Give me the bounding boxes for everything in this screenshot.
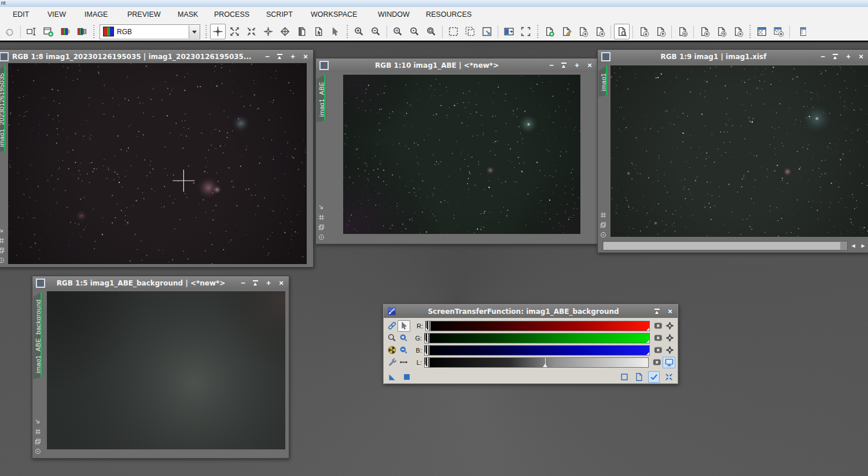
menu-process[interactable]: PROCESS	[214, 7, 249, 23]
window-titlebar[interactable]: RGB 1:9 imag1 | imag1.xisf − + ×	[598, 50, 868, 63]
toolbar-drag-handle[interactable]	[205, 25, 207, 39]
toolbar-drag-handle[interactable]	[536, 25, 539, 39]
crop-marks-icon[interactable]	[318, 214, 325, 221]
screen-display-button[interactable]	[663, 357, 675, 368]
shade-button[interactable]	[252, 279, 260, 287]
close-button[interactable]: ×	[857, 53, 865, 61]
close-panels-button[interactable]	[771, 24, 786, 39]
crop-marks-icon[interactable]	[599, 211, 607, 219]
stf-slider-g[interactable]	[424, 333, 650, 343]
shade-button[interactable]	[560, 61, 568, 69]
target-icon[interactable]	[599, 231, 607, 239]
split-channels-button[interactable]	[74, 24, 90, 39]
stf-dialog[interactable]: ScreenTransferFunction: imag1_ABE_backgr…	[383, 304, 678, 384]
window-titlebar[interactable]: RGB 1:5 imag1_ABE_background | <*new*> −…	[32, 276, 289, 290]
duplicate-view-icon[interactable]	[318, 224, 325, 231]
zoom-in-button[interactable]	[351, 24, 367, 39]
rename-view-button[interactable]	[24, 24, 39, 39]
scrollbar-thumb[interactable]	[604, 242, 840, 250]
stf-close-button[interactable]: ×	[666, 307, 674, 316]
image-window-imag1-abe[interactable]: RGB 1:10 imag1_ABE | <*new*> − + × imag1…	[315, 58, 598, 244]
view-tab[interactable]: imag1	[598, 65, 608, 97]
minimize-button[interactable]: −	[819, 53, 827, 61]
track-channel-b-button[interactable]	[664, 345, 675, 356]
menu-mask[interactable]: MASK	[178, 7, 198, 23]
clone-process-button[interactable]	[575, 24, 591, 39]
fit-views-button[interactable]	[260, 24, 276, 39]
close-button[interactable]: ×	[277, 279, 285, 287]
stf-shade-button[interactable]	[653, 307, 661, 316]
zoom-icon[interactable]	[386, 333, 398, 343]
browse-documentation-button[interactable]	[634, 372, 644, 382]
duplicate-view-icon[interactable]	[599, 221, 607, 229]
scroll-right-button[interactable]: ▶	[859, 241, 867, 250]
radiation-icon[interactable]	[386, 345, 398, 356]
duplicate-view-icon[interactable]	[34, 438, 42, 445]
new-preview-button[interactable]	[446, 24, 461, 39]
auto-stretch-button[interactable]	[387, 372, 398, 382]
shrink-views-button[interactable]	[244, 24, 259, 39]
browse-processes-button[interactable]	[614, 24, 630, 39]
scroll-left-button[interactable]: ◀	[849, 241, 858, 250]
wrench-icon[interactable]	[386, 357, 398, 368]
pan-mode-button[interactable]	[277, 24, 293, 39]
maximize-view-button[interactable]	[479, 24, 495, 39]
target-icon[interactable]	[34, 448, 42, 455]
image-canvas-imag1-abe[interactable]	[343, 75, 580, 234]
new-instance-button[interactable]	[619, 372, 630, 382]
midtone-handle[interactable]	[542, 358, 548, 367]
selection-arrow-icon[interactable]	[34, 418, 42, 426]
reset-channel-l-button[interactable]	[651, 357, 663, 368]
toolbar-drag-handle[interactable]	[93, 25, 95, 39]
reset-process-button[interactable]	[713, 24, 729, 39]
duplicate-view-icon[interactable]	[0, 247, 5, 254]
horizontal-arrows-icon[interactable]	[398, 357, 409, 368]
zoom-window-button[interactable]: +	[264, 279, 273, 287]
selection-arrow-icon[interactable]	[0, 227, 5, 235]
zoom-in-mode-button[interactable]	[398, 333, 409, 343]
menu-view[interactable]: VIEW	[47, 7, 66, 23]
shade-button[interactable]	[832, 53, 840, 61]
expand-views-button[interactable]	[227, 24, 242, 39]
image-window-imag1-20230126195035[interactable]: RGB 1:8 imag1_20230126195035 | imag1_202…	[0, 49, 314, 268]
track-channel-g-button[interactable]	[664, 333, 675, 343]
track-channel-r-button[interactable]	[664, 321, 675, 331]
save-process-button[interactable]	[636, 24, 652, 39]
duplicate-process-button[interactable]	[592, 24, 608, 39]
stf-titlebar[interactable]: ScreenTransferFunction: imag1_ABE_backgr…	[384, 305, 678, 318]
view-tab[interactable]: imag1_ABE	[317, 74, 326, 123]
shade-button[interactable]	[276, 53, 284, 61]
window-titlebar[interactable]: RGB 1:8 imag1_20230126195035 | imag1_202…	[0, 50, 313, 63]
fit-window-button[interactable]	[518, 24, 534, 39]
minimize-button[interactable]: −	[547, 61, 556, 69]
edit-process-button[interactable]	[558, 24, 574, 39]
image-window-imag1-abe-background[interactable]: RGB 1:5 imag1_ABE_background | <*new*> −…	[32, 276, 289, 459]
invert-view-button[interactable]	[294, 24, 310, 39]
selection-arrow-icon[interactable]	[318, 204, 325, 211]
menu-script[interactable]: SCRIPT	[266, 7, 293, 23]
split-window-button[interactable]	[501, 24, 517, 39]
redo-button[interactable]	[2, 24, 17, 39]
explorer-panels-button[interactable]	[754, 24, 770, 39]
crop-marks-icon[interactable]	[34, 428, 42, 435]
new-process-button[interactable]	[542, 24, 557, 39]
display-mode-select[interactable]: RGB	[100, 24, 200, 39]
delete-process-button[interactable]	[730, 24, 746, 39]
target-icon[interactable]	[318, 233, 325, 241]
zoom-out-button[interactable]	[368, 24, 384, 39]
close-button[interactable]: ×	[586, 61, 594, 69]
undo-process-button[interactable]	[675, 24, 690, 39]
load-process-button[interactable]	[653, 24, 668, 39]
view-tab[interactable]: imag1_20230126195035	[0, 65, 6, 153]
readout-mode-button[interactable]	[210, 24, 226, 39]
process-settings-button[interactable]	[697, 24, 712, 39]
reset-channel-g-button[interactable]	[652, 333, 664, 343]
zoom-window-button[interactable]: +	[573, 61, 581, 69]
menu-resources[interactable]: RESOURCES	[426, 7, 472, 23]
stf-slider-b[interactable]	[424, 345, 650, 356]
zoom-1-1-button[interactable]	[390, 24, 406, 39]
image-window-imag1[interactable]: RGB 1:9 imag1 | imag1.xisf − + × imag1	[597, 49, 868, 253]
zoom-window-button[interactable]: +	[289, 53, 297, 61]
arrow-mode-button[interactable]	[328, 24, 343, 39]
menu-image[interactable]: IMAGE	[84, 7, 108, 23]
